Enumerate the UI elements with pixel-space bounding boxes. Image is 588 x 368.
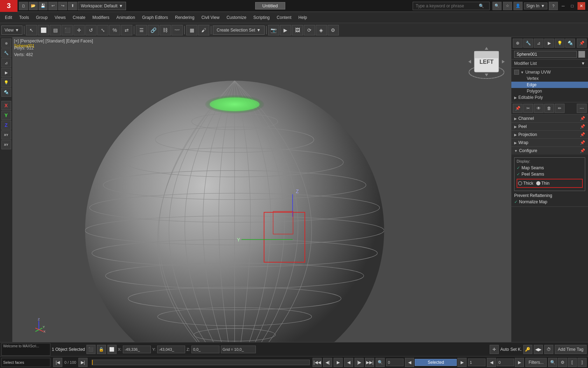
- status-arrows-btn[interactable]: ◀▶: [534, 345, 543, 354]
- y-coord-field[interactable]: -43,043_: [157, 346, 185, 353]
- menu-tools[interactable]: Tools: [16, 14, 33, 21]
- align-tool[interactable]: ☰: [136, 25, 147, 35]
- timeline-settings-btn[interactable]: ⚙: [558, 358, 567, 367]
- prev-anim-btn[interactable]: ◀: [405, 358, 414, 367]
- rotate-tool[interactable]: ↺: [85, 25, 97, 35]
- selection-filter-btn[interactable]: ⬛: [86, 345, 96, 354]
- modifier-polygon[interactable]: Polygon: [511, 88, 588, 94]
- play-start-btn[interactable]: |◀◀: [313, 358, 322, 367]
- rp-pin-icon[interactable]: 📌: [577, 39, 587, 48]
- modifier-edge[interactable]: Edge: [511, 82, 588, 88]
- rp-utilities-icon[interactable]: 🔩: [565, 39, 575, 48]
- x-axis-btn[interactable]: X: [1, 101, 11, 110]
- rp-hierarchy-icon[interactable]: ⊿: [534, 39, 544, 48]
- thin-option[interactable]: Thin: [536, 181, 550, 186]
- close-button[interactable]: ✕: [578, 2, 585, 10]
- sign-in-button[interactable]: Sign In ▼: [524, 2, 547, 9]
- filters-button[interactable]: Filters...: [525, 358, 547, 367]
- new-button[interactable]: 🗋: [19, 2, 28, 10]
- xz-axis-btn[interactable]: XY: [1, 140, 11, 149]
- render-setup[interactable]: 📷: [268, 25, 279, 35]
- object-name-field[interactable]: Sphere001: [514, 51, 577, 58]
- menu-views[interactable]: Views: [51, 14, 69, 21]
- link-tool[interactable]: 🔗: [148, 25, 159, 35]
- rollout-projection-header[interactable]: ▶ Projection 📌: [511, 131, 588, 138]
- modifier-editable-poly[interactable]: ▶ Editable Poly: [511, 94, 588, 101]
- prev-frame-btn[interactable]: |◀: [53, 358, 62, 367]
- utilities-panel-btn[interactable]: 🔩: [1, 88, 11, 97]
- anim-mode-next[interactable]: ▶: [515, 358, 524, 367]
- zoom-timeline-btn[interactable]: 🔍: [548, 358, 557, 367]
- menu-edit[interactable]: Edit: [1, 14, 16, 21]
- profile-btn[interactable]: 👤: [513, 2, 523, 10]
- thick-option[interactable]: Thick: [518, 181, 533, 186]
- key-btn[interactable]: 🔑: [523, 345, 532, 354]
- y-axis-btn[interactable]: Y: [1, 111, 11, 120]
- timeline-slider[interactable]: [92, 360, 310, 365]
- menu-animation[interactable]: Animation: [113, 14, 139, 21]
- select-region-tool[interactable]: ⬜: [38, 25, 49, 35]
- menu-graph-editors[interactable]: Graph Editors: [139, 14, 172, 21]
- add-time-tag-button[interactable]: Add Time Tag: [555, 345, 587, 354]
- unlink-tool[interactable]: ⛓: [160, 25, 171, 35]
- menu-rendering[interactable]: Rendering: [172, 14, 198, 21]
- render-frame[interactable]: 🖼: [292, 25, 303, 35]
- view-cube[interactable]: LEFT: [465, 44, 507, 86]
- menu-customize[interactable]: Customize: [223, 14, 250, 21]
- next-key-btn[interactable]: |▶: [355, 358, 364, 367]
- peel-seams-label[interactable]: Peel Seams: [522, 172, 544, 177]
- map-seams-label[interactable]: Map Seams: [522, 165, 544, 170]
- xy-axis-btn[interactable]: XY: [1, 130, 11, 139]
- bookmark-btn[interactable]: ☆: [503, 2, 512, 10]
- search-key-btn[interactable]: 🔍: [376, 358, 385, 367]
- move-tool[interactable]: ✛: [74, 25, 85, 35]
- play-end-btn[interactable]: ▶▶|: [365, 358, 374, 367]
- anim-nav-2[interactable]: ⟧: [578, 358, 587, 367]
- next-frame-btn[interactable]: ▶|: [78, 358, 88, 367]
- bind-wspace[interactable]: 〰: [172, 25, 183, 35]
- menu-civil-view[interactable]: Civil View: [198, 14, 223, 21]
- mod-tool-cut[interactable]: ✂: [523, 104, 533, 113]
- play-btn[interactable]: ▶: [334, 358, 343, 367]
- import-button[interactable]: ⬆: [68, 2, 77, 10]
- render-iterative[interactable]: ⟳: [304, 25, 315, 35]
- mod-tool-view[interactable]: 👁: [534, 104, 544, 113]
- frame-count-field[interactable]: 1: [468, 359, 485, 366]
- create-selection-set-button[interactable]: Create Selection Set ▼: [213, 26, 265, 35]
- maximize-button[interactable]: □: [568, 2, 576, 10]
- save-button[interactable]: 💾: [38, 2, 48, 10]
- open-button[interactable]: 📂: [29, 2, 38, 10]
- undo-button[interactable]: ↩: [48, 2, 57, 10]
- lock-selection-btn[interactable]: 🔒: [97, 345, 106, 354]
- normalize-map-label[interactable]: Normalize Map: [519, 199, 547, 204]
- object-paint[interactable]: 🖌: [198, 25, 209, 35]
- hierarchy-panel-btn[interactable]: ⊿: [1, 58, 11, 67]
- menu-create[interactable]: Create: [69, 14, 89, 21]
- menu-modifiers[interactable]: Modifiers: [89, 14, 113, 21]
- selected-badge[interactable]: Selected: [415, 359, 457, 366]
- mod-tool-dots[interactable]: ⋯: [577, 104, 587, 113]
- anim-mode-prev[interactable]: ◀: [487, 358, 496, 367]
- workspace-dropdown[interactable]: Workspace: Default ▼: [78, 2, 126, 10]
- search-box[interactable]: 🔍: [413, 2, 490, 10]
- menu-group[interactable]: Group: [33, 14, 51, 21]
- modifier-vertex[interactable]: Vertex: [511, 75, 588, 82]
- render-settings[interactable]: ⚙: [328, 25, 339, 35]
- material-editor[interactable]: ◈: [316, 25, 327, 35]
- transform-type-in[interactable]: %: [109, 25, 120, 35]
- rp-motion-icon[interactable]: ▶: [544, 39, 554, 48]
- anim-frame-field[interactable]: 0: [497, 359, 514, 366]
- create-panel-btn[interactable]: ⊕: [1, 39, 11, 48]
- x-coord-field[interactable]: -49,336_: [123, 346, 151, 353]
- rollout-wrap-header[interactable]: ▶ Wrap 📌: [511, 139, 588, 146]
- redo-button[interactable]: ↪: [58, 2, 67, 10]
- select-filter-tool[interactable]: ⬛: [62, 25, 73, 35]
- select-tool[interactable]: ↖: [26, 25, 37, 35]
- mod-tool-edit[interactable]: ✏: [555, 104, 565, 113]
- render-production[interactable]: ▶: [280, 25, 291, 35]
- rp-modify-icon[interactable]: 🔧: [523, 39, 533, 48]
- rollout-peel-header[interactable]: ▶ Peel 📌: [511, 123, 588, 130]
- mod-tool-pin[interactable]: 📌: [513, 104, 523, 113]
- menu-scripting[interactable]: Scripting: [250, 14, 273, 21]
- modifier-unwrap-uvw[interactable]: ▼ Unwrap UVW: [511, 69, 588, 75]
